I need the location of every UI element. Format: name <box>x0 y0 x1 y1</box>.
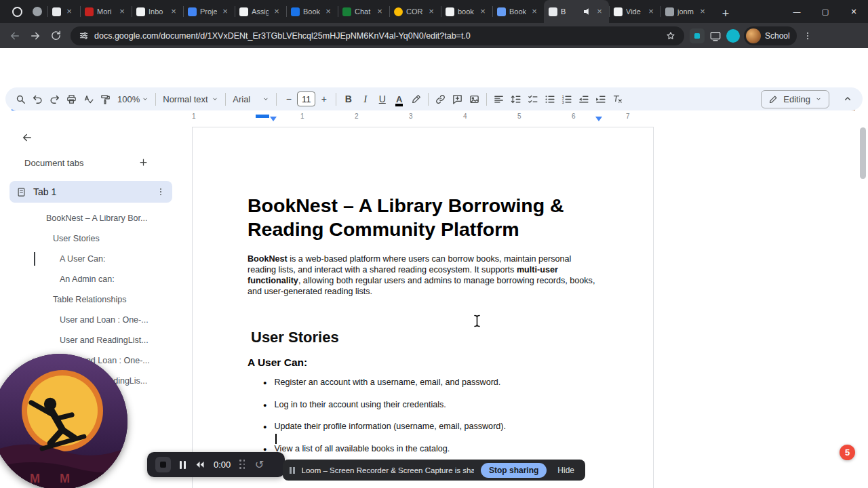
hide-menus-icon[interactable] <box>839 90 856 108</box>
browser-tab[interactable]: Vide× <box>609 0 660 23</box>
numbered-list-icon[interactable]: 123 <box>558 90 575 108</box>
underline-button[interactable]: U <box>374 90 391 108</box>
browser-tab[interactable]: Inbo× <box>132 0 183 23</box>
browser-menu-kebab-icon[interactable] <box>798 26 817 45</box>
browser-tab[interactable]: jonm× <box>660 0 712 23</box>
highlight-color-icon[interactable] <box>408 90 425 108</box>
outline-item[interactable]: User and Loan : One-... <box>0 310 184 330</box>
stop-sharing-button[interactable]: Stop sharing <box>481 463 547 478</box>
scrollbar-thumb[interactable] <box>860 127 866 179</box>
paragraph-style-select[interactable]: Normal text <box>159 94 222 104</box>
bulleted-list-icon[interactable] <box>541 90 558 108</box>
italic-button[interactable]: I <box>357 90 374 108</box>
right-indent-marker[interactable] <box>595 117 602 121</box>
mode-select[interactable]: Editing <box>761 90 829 108</box>
bold-button[interactable]: B <box>340 90 357 108</box>
minimize-button[interactable]: — <box>783 0 811 23</box>
address-bar[interactable]: docs.google.com/document/d/1XVxDENt_Er3T… <box>71 26 684 45</box>
loom-comment-badge[interactable]: 5 <box>840 445 855 460</box>
hide-notice-button[interactable]: Hide <box>553 466 578 475</box>
font-family-select[interactable]: Arial <box>229 94 273 104</box>
line-spacing-icon[interactable] <box>507 90 524 108</box>
zoom-select[interactable]: 100% <box>114 94 152 104</box>
extension-circle-icon[interactable] <box>726 29 740 43</box>
outline-item[interactable]: User and ReadingList... <box>0 330 184 350</box>
search-menus-icon[interactable] <box>12 90 29 108</box>
browser-tab[interactable]: Book× <box>286 0 338 23</box>
forward-icon[interactable] <box>26 26 45 45</box>
tab-close-icon[interactable]: × <box>698 7 707 16</box>
bookmark-star-icon[interactable] <box>665 30 676 41</box>
outline-item[interactable]: User Stories <box>0 228 184 249</box>
add-comment-icon[interactable] <box>449 90 466 108</box>
tab-close-icon[interactable]: × <box>478 7 488 16</box>
profile-chip[interactable]: School <box>744 26 797 45</box>
tab-options-kebab-icon[interactable] <box>156 187 165 197</box>
tab-close-icon[interactable]: × <box>375 7 384 16</box>
outline-item[interactable]: Table Relationships <box>0 289 184 310</box>
checklist-icon[interactable] <box>524 90 541 108</box>
maximize-button[interactable]: ▢ <box>811 0 840 23</box>
browser-tab[interactable]: Assig× <box>235 0 286 23</box>
tab-close-icon[interactable]: × <box>169 7 178 16</box>
spellcheck-icon[interactable] <box>80 90 97 108</box>
clear-formatting-icon[interactable] <box>609 90 626 108</box>
browser-tab[interactable]: Chat× <box>338 0 389 23</box>
paint-format-icon[interactable] <box>97 90 114 108</box>
pause-recording-icon[interactable] <box>180 461 186 469</box>
url-text[interactable]: docs.google.com/document/d/1XVxDENt_Er3T… <box>94 31 660 41</box>
cast-icon[interactable] <box>706 26 725 45</box>
reload-icon[interactable] <box>46 26 65 45</box>
increase-indent-icon[interactable] <box>592 90 609 108</box>
loom-camera-bubble[interactable]: M M <box>0 354 127 488</box>
browser-tab[interactable]: × <box>47 0 80 23</box>
browser-tab[interactable]: Book× <box>492 0 544 23</box>
outline-item[interactable]: BookNest – A Library Bor... <box>0 208 184 228</box>
insert-link-icon[interactable] <box>432 90 449 108</box>
tab-close-icon[interactable]: × <box>530 7 539 16</box>
add-document-tab-icon[interactable] <box>134 153 152 171</box>
loom-control-bar[interactable]: 0:00 ↺ <box>147 452 285 477</box>
tune-icon[interactable] <box>79 30 89 41</box>
browser-tab[interactable]: Proje× <box>183 0 235 23</box>
tab-close-icon[interactable]: × <box>595 7 604 16</box>
ruler[interactable]: 11234567 <box>0 110 868 123</box>
drag-handle-icon[interactable] <box>239 460 246 470</box>
tab-close-icon[interactable]: × <box>220 7 230 16</box>
new-tab-button[interactable]: + <box>716 4 735 23</box>
browser-tab[interactable]: COR× <box>389 0 441 23</box>
tab-close-icon[interactable]: × <box>117 7 127 16</box>
document-page[interactable]: BookNest – A Library Borrowing & Reading… <box>192 127 654 488</box>
tab-close-icon[interactable]: × <box>323 7 333 16</box>
browser-tab[interactable]: B× <box>544 0 609 23</box>
back-icon[interactable] <box>5 26 24 45</box>
ruler-indent-bar[interactable] <box>256 115 269 118</box>
extension-badge-icon[interactable] <box>690 28 705 43</box>
text-color-button[interactable]: A <box>391 90 408 108</box>
print-icon[interactable] <box>63 90 80 108</box>
browser-tab[interactable]: book× <box>441 0 492 23</box>
browser-tab[interactable]: Mori× <box>80 0 132 23</box>
document-tab-item[interactable]: Tab 1 <box>9 181 172 203</box>
left-indent-marker[interactable] <box>270 117 277 121</box>
tab-close-icon[interactable]: × <box>646 7 656 16</box>
outline-item[interactable]: A User Can: <box>0 249 184 269</box>
decrease-indent-icon[interactable] <box>575 90 592 108</box>
font-size-input[interactable]: 11 <box>297 92 315 106</box>
tab-close-icon[interactable]: × <box>64 7 74 16</box>
browser-tab[interactable] <box>27 0 47 23</box>
decrease-font-icon[interactable]: − <box>280 90 297 108</box>
close-button[interactable]: ✕ <box>840 0 868 23</box>
restart-recording-icon[interactable]: ↺ <box>255 458 264 471</box>
rewind-icon[interactable] <box>195 460 205 469</box>
undo-icon[interactable] <box>29 90 46 108</box>
increase-font-icon[interactable]: + <box>315 90 332 108</box>
stop-recording-button[interactable] <box>155 457 171 472</box>
insert-image-icon[interactable] <box>466 90 483 108</box>
redo-icon[interactable] <box>46 90 63 108</box>
browser-tab[interactable] <box>7 0 27 23</box>
tab-close-icon[interactable]: × <box>427 7 436 16</box>
tab-close-icon[interactable]: × <box>272 7 281 16</box>
close-panel-back-icon[interactable] <box>18 128 37 147</box>
outline-item[interactable]: An Admin can: <box>0 269 184 289</box>
